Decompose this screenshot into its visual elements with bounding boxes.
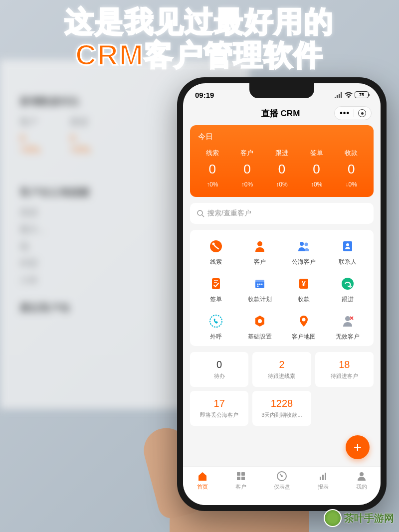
payment-plan-icon	[251, 275, 268, 292]
svg-point-37	[360, 472, 364, 476]
svg-rect-36	[325, 473, 326, 480]
plus-icon: +	[354, 439, 362, 455]
stat-label: 客户	[230, 149, 265, 158]
promo-overlay-text: 这是我见过最好用的 CRM客户管理软件	[0, 5, 399, 71]
followup-icon	[339, 275, 356, 292]
svg-point-16	[261, 284, 263, 285]
battery-icon: 75	[355, 91, 369, 98]
svg-point-23	[258, 319, 262, 323]
app-item-payment-plan[interactable]: 收款计划	[238, 275, 282, 304]
signal-icon	[335, 92, 343, 98]
app-label: 线索	[210, 258, 222, 266]
miniprogram-menu[interactable]: •••	[334, 106, 372, 120]
stat-value: 0	[195, 162, 230, 177]
stat-label: 跟进	[264, 149, 299, 158]
call-icon	[207, 313, 224, 330]
app-item-public-customer[interactable]: 公海客户	[282, 238, 326, 266]
svg-point-6	[305, 243, 308, 246]
tab-home[interactable]: 首页	[197, 471, 208, 505]
stat-item[interactable]: 客户 0 ↑0%	[230, 149, 265, 188]
today-label[interactable]: 今日	[195, 132, 369, 142]
bottom-tab-bar: 首页 客户 仪表盘 报表 我的	[183, 466, 381, 505]
app-item-contract[interactable]: 签单	[194, 275, 238, 304]
svg-point-20	[342, 278, 354, 290]
svg-rect-35	[322, 475, 324, 480]
tab-grid[interactable]: 客户	[235, 471, 246, 505]
svg-rect-34	[320, 477, 321, 480]
svg-point-15	[259, 284, 261, 285]
wifi-icon	[345, 92, 353, 98]
todo-card[interactable]: 1228 3天内到期收款...	[252, 391, 311, 426]
status-time: 09:19	[195, 91, 214, 99]
tab-report[interactable]: 报表	[318, 471, 329, 505]
svg-point-0	[198, 210, 202, 215]
svg-rect-9	[212, 278, 220, 289]
app-item-settings[interactable]: 基础设置	[238, 313, 282, 341]
lead-icon	[207, 238, 224, 255]
tab-label: 首页	[197, 483, 208, 491]
svg-point-21	[210, 315, 222, 327]
todo-count: 0	[194, 359, 244, 370]
tab-label: 报表	[318, 483, 329, 491]
customer-icon	[251, 238, 268, 255]
tab-profile[interactable]: 我的	[356, 471, 367, 505]
app-item-payment[interactable]: ¥ 收款	[282, 275, 326, 304]
todo-label: 即将丢公海客户	[194, 411, 244, 419]
svg-rect-30	[237, 477, 240, 480]
stat-value: 0	[334, 162, 369, 177]
profile-icon	[356, 471, 367, 482]
app-title: 直播 CRM	[227, 108, 334, 119]
app-item-map[interactable]: 客户地图	[282, 313, 326, 341]
app-item-customer[interactable]: 客户	[238, 238, 282, 266]
svg-rect-29	[241, 472, 245, 476]
phone-frame: 09:19 75 直播 CRM •••	[177, 77, 387, 511]
todo-count: 17	[194, 398, 244, 409]
svg-point-14	[257, 284, 259, 285]
app-item-invalid[interactable]: 无效客户	[326, 313, 370, 341]
stat-label: 收款	[334, 149, 369, 158]
app-label: 收款计划	[248, 295, 272, 304]
svg-rect-31	[241, 477, 245, 480]
public-customer-icon	[295, 238, 312, 255]
app-label: 联系人	[339, 258, 357, 266]
app-label: 无效客户	[336, 333, 360, 341]
stat-value: 0	[299, 162, 334, 177]
today-stats-card: 今日 线索 0 ↑0% 客户 0 ↑0% 跟进 0 ↑0% 签单 0 ↑0% 收…	[190, 125, 374, 197]
tab-dashboard[interactable]: 仪表盘	[274, 471, 290, 505]
stat-item[interactable]: 收款 0 ↓0%	[334, 149, 369, 188]
todo-label: 待跟进客户	[319, 372, 370, 380]
stat-delta: ↑0%	[264, 181, 299, 188]
app-item-lead[interactable]: 线索	[194, 238, 238, 266]
svg-point-17	[257, 286, 259, 287]
todo-card[interactable]: 18 待跟进客户	[315, 352, 374, 387]
settings-icon	[251, 313, 268, 330]
invalid-icon	[339, 313, 356, 330]
stat-delta: ↑0%	[195, 181, 230, 188]
svg-point-3	[212, 243, 215, 245]
app-label: 基础设置	[248, 333, 272, 341]
watermark-logo-icon	[324, 509, 342, 527]
nav-bar: 直播 CRM •••	[183, 103, 381, 125]
search-input[interactable]: 搜索/查重客户	[190, 203, 374, 224]
todo-card[interactable]: 0 待办	[190, 352, 248, 387]
app-item-call[interactable]: 外呼	[194, 313, 238, 341]
tab-label: 我的	[356, 483, 367, 491]
app-item-followup[interactable]: 跟进	[326, 275, 370, 304]
stat-item[interactable]: 签单 0 ↑0%	[299, 149, 334, 188]
close-icon	[358, 109, 366, 117]
svg-point-4	[257, 241, 262, 246]
todo-card[interactable]: 17 即将丢公海客户	[190, 391, 248, 426]
stat-item[interactable]: 线索 0 ↑0%	[195, 149, 230, 188]
svg-point-5	[300, 242, 304, 246]
dashboard-icon	[276, 471, 287, 482]
add-button[interactable]: +	[346, 435, 370, 459]
search-placeholder: 搜索/查重客户	[207, 209, 251, 218]
watermark-text: 茶叶手游网	[344, 512, 394, 525]
tab-label: 仪表盘	[274, 483, 290, 491]
stat-item[interactable]: 跟进 0 ↑0%	[264, 149, 299, 188]
todo-card[interactable]: 2 待跟进线索	[252, 352, 311, 387]
todo-count: 2	[256, 359, 307, 370]
stat-value: 0	[264, 162, 299, 177]
app-item-contact[interactable]: 联系人	[326, 238, 370, 266]
payment-icon: ¥	[295, 275, 312, 292]
